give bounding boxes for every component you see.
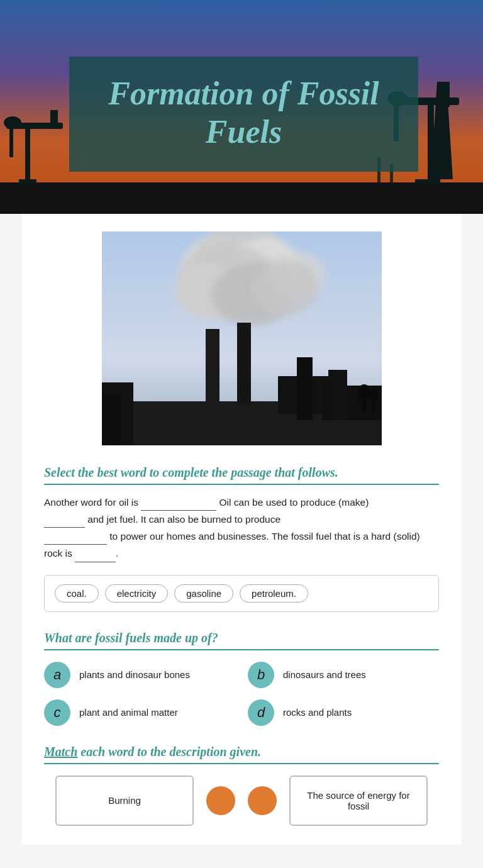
svg-rect-3 — [19, 179, 36, 184]
main-content: Select the best word to complete the pas… — [22, 214, 461, 845]
mcq-option-c[interactable]: cplant and animal matter — [44, 699, 235, 726]
svg-rect-32 — [328, 370, 347, 420]
word-chip-3[interactable]: petroleum. — [240, 584, 308, 603]
section2-title: What are fossil fuels made up of? — [44, 631, 439, 650]
match-title-prefix: Match — [44, 745, 77, 759]
passage-text: Another word for oil is Oil can be used … — [44, 494, 439, 562]
section-mcq: What are fossil fuels made up of? aplant… — [22, 612, 461, 726]
match-left-label: Burning — [108, 795, 141, 806]
svg-rect-9 — [415, 179, 440, 184]
mcq-option-d[interactable]: drocks and plants — [248, 699, 439, 726]
hero-title-box: Formation of Fossil Fuels — [69, 57, 418, 172]
option-badge-a: a — [44, 662, 70, 688]
hero-section: Formation of Fossil Fuels — [0, 0, 483, 214]
blank-4[interactable] — [75, 551, 116, 562]
match-card-left[interactable]: Burning — [55, 776, 194, 826]
svg-rect-38 — [102, 395, 121, 445]
page-title: Formation of Fossil Fuels — [88, 74, 399, 152]
match-title-suffix: each word to the description given. — [77, 745, 261, 759]
word-bank: coal.electricitygasolinepetroleum. — [44, 575, 439, 612]
section-word-select: Select the best word to complete the pas… — [22, 459, 461, 612]
match-right-label: The source of energy for fossil — [303, 790, 414, 811]
word-chip-2[interactable]: gasoline — [174, 584, 233, 603]
option-badge-d: d — [248, 699, 274, 726]
svg-rect-28 — [297, 357, 313, 420]
match-card-right[interactable]: The source of energy for fossil — [289, 776, 428, 826]
svg-rect-29 — [206, 329, 219, 404]
option-text-c: plant and animal matter — [79, 707, 178, 718]
match-row: Burning The source of energy for fossil — [44, 776, 439, 826]
match-connector-left — [206, 786, 235, 815]
factory-image — [102, 231, 382, 445]
option-text-d: rocks and plants — [283, 707, 352, 718]
word-chip-0[interactable]: coal. — [55, 584, 99, 603]
svg-rect-2 — [25, 126, 30, 182]
svg-point-34 — [358, 384, 370, 399]
match-connector-right — [248, 786, 277, 815]
word-chip-1[interactable]: electricity — [105, 584, 169, 603]
blank-1[interactable] — [141, 499, 216, 511]
passage-end: . — [116, 548, 118, 559]
passage-part2: Oil can be used to produce (make) — [219, 497, 369, 508]
section3-title: Match each word to the description given… — [44, 745, 439, 764]
svg-point-25 — [250, 260, 319, 316]
option-badge-b: b — [248, 662, 274, 688]
section-match: Match each word to the description given… — [22, 726, 461, 826]
factory-image-section — [22, 214, 461, 459]
mcq-options-grid: aplants and dinosaur bonesbdinosaurs and… — [44, 662, 439, 726]
svg-rect-1 — [0, 182, 483, 214]
section1-title: Select the best word to complete the pas… — [44, 465, 439, 485]
passage-part3: and jet fuel. It can also be burned to p… — [87, 514, 280, 525]
blank-2[interactable] — [44, 516, 85, 528]
factory-scene-svg — [102, 231, 382, 445]
option-text-a: plants and dinosaur bones — [79, 669, 190, 680]
svg-rect-30 — [237, 323, 251, 404]
mcq-option-a[interactable]: aplants and dinosaur bones — [44, 662, 235, 688]
option-badge-c: c — [44, 699, 70, 726]
svg-rect-7 — [9, 126, 13, 157]
svg-point-36 — [369, 389, 379, 401]
svg-rect-5 — [50, 110, 58, 129]
mcq-option-b[interactable]: bdinosaurs and trees — [248, 662, 439, 688]
blank-3[interactable] — [44, 533, 107, 545]
passage-part1: Another word for oil is — [44, 497, 138, 508]
option-text-b: dinosaurs and trees — [283, 669, 366, 680]
